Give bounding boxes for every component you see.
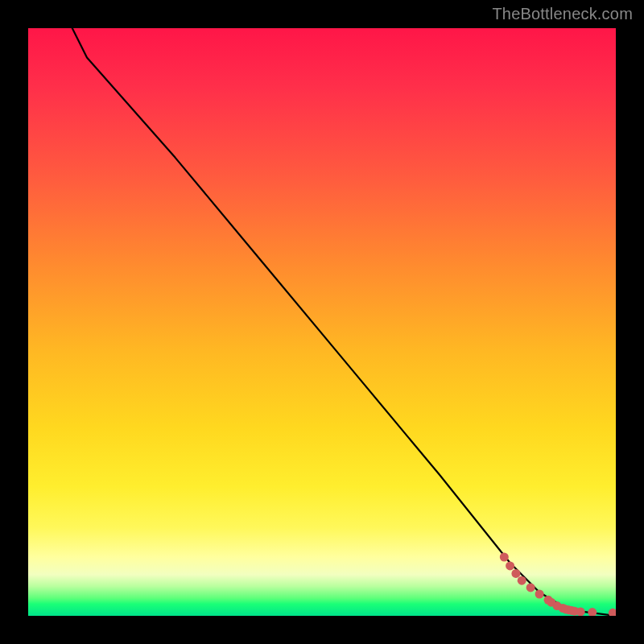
data-point [518,576,526,585]
data-point [588,608,597,616]
data-point [526,583,535,592]
data-point [576,607,585,616]
data-point [609,609,616,616]
bottleneck-curve [28,28,616,616]
data-point [511,569,520,578]
chart-svg [28,28,616,616]
data-point [506,561,514,570]
data-points-group [500,553,616,617]
watermark-text: TheBottleneck.com [492,5,633,23]
plot-area [28,28,616,616]
data-point [535,589,544,598]
chart-stage: TheBottleneck.com [0,0,644,644]
data-point [500,553,509,562]
